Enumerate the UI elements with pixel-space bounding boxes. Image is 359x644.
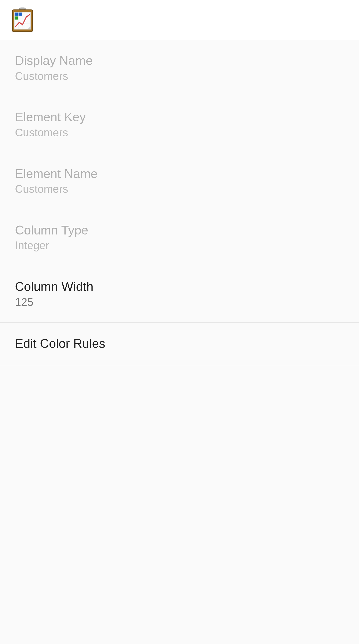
pref-column-width-title: Column Width [15, 280, 344, 296]
settings-list: Display Name Customers Element Key Custo… [0, 40, 359, 365]
pref-display-name-summary: Customers [15, 70, 344, 83]
pref-display-name-title: Display Name [15, 54, 344, 70]
svg-rect-10 [15, 12, 18, 16]
svg-rect-11 [18, 12, 22, 16]
svg-rect-12 [15, 16, 18, 20]
pref-column-type: Column Type Integer [0, 210, 359, 266]
pref-element-name: Element Name Customers [0, 153, 359, 210]
pref-display-name: Display Name Customers [0, 40, 359, 96]
pref-element-name-summary: Customers [15, 182, 344, 196]
pref-element-name-title: Element Name [15, 167, 344, 183]
pref-column-width-summary: 125 [15, 296, 344, 309]
pref-column-width[interactable]: Column Width 125 [0, 266, 359, 323]
toolbar [0, 0, 359, 40]
pref-edit-color-rules[interactable]: Edit Color Rules [0, 323, 359, 365]
pref-element-key-title: Element Key [15, 110, 344, 126]
pref-element-key-summary: Customers [15, 126, 344, 139]
pref-element-key: Element Key Customers [0, 96, 359, 153]
pref-column-type-summary: Integer [15, 239, 344, 252]
pref-edit-color-rules-title: Edit Color Rules [15, 336, 344, 351]
clipboard-chart-icon [10, 8, 35, 32]
svg-rect-1 [20, 8, 25, 10]
pref-column-type-title: Column Type [15, 223, 344, 239]
